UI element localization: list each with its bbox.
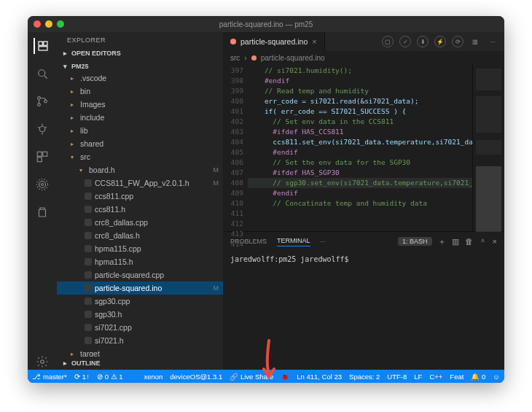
file-item[interactable]: ccs811.cpp [57, 190, 223, 203]
debug-icon[interactable] [34, 121, 50, 137]
settings-gear-icon[interactable] [34, 354, 50, 370]
svg-rect-15 [37, 158, 42, 162]
extensions-icon[interactable] [34, 149, 50, 165]
action-2-icon[interactable]: ✓ [399, 36, 411, 47]
status-livesh[interactable]: 🔗 Live Share [230, 373, 273, 381]
status-lang[interactable]: C++ [429, 373, 442, 381]
svg-line-11 [38, 127, 39, 128]
folder-item[interactable]: ▸ bin [57, 85, 223, 98]
file-item[interactable]: ccs811.h [57, 203, 223, 216]
file-icon [85, 179, 92, 187]
file-item[interactable]: si7021.cpp [57, 321, 223, 334]
status-sync[interactable]: ⟳1↑ [74, 373, 90, 381]
file-item[interactable]: hpma115.cpp [57, 242, 223, 255]
svg-rect-0 [39, 42, 42, 45]
source-control-icon[interactable] [34, 93, 50, 109]
open-editors-section[interactable]: ▸OPEN EDITORS [57, 48, 223, 58]
status-errwarn[interactable]: ⊘0 ⚠ 1 [97, 373, 123, 381]
action-1-icon[interactable]: ▢ [382, 36, 394, 47]
jar-icon[interactable] [34, 204, 50, 220]
maximize-window-icon[interactable] [57, 20, 64, 28]
particle-icon[interactable] [34, 176, 50, 193]
file-icon [85, 193, 92, 200]
status-devos[interactable]: deviceOS@1.3.1 [170, 373, 222, 381]
status-branch[interactable]: ⎇master* [32, 373, 67, 381]
svg-point-16 [42, 184, 44, 186]
folder-item[interactable]: ▸ include [57, 111, 223, 124]
svg-point-8 [39, 126, 45, 132]
item-label: shared [80, 139, 219, 148]
action-4-icon[interactable]: ⚡ [434, 36, 446, 47]
item-label: crc8_dallas.cpp [95, 218, 219, 227]
close-window-icon[interactable] [34, 20, 41, 28]
breadcrumb-segment[interactable]: src [230, 54, 240, 62]
action-3-icon[interactable]: ⬇ [417, 36, 429, 47]
window-controls [34, 20, 64, 28]
explorer-sidebar: EXPLORER ▸OPEN EDITORS ▾PM25 ▸ .vscode▸ … [57, 32, 223, 370]
folder-icon: ▾ [76, 165, 86, 175]
status-device[interactable]: xenon [144, 373, 163, 381]
explorer-icon[interactable] [34, 38, 50, 54]
new-terminal-icon[interactable]: ＋ [438, 236, 446, 247]
terminal-body[interactable]: jaredwolff:pm25 jaredwolff$ [223, 251, 504, 370]
folder-item[interactable]: ▾ src [57, 150, 223, 163]
folder-item[interactable]: ▸ .vscode [57, 71, 223, 85]
code-editor[interactable]: // si7021.humidity(); #endif // Read tem… [248, 64, 472, 231]
status-eol[interactable]: LF [414, 373, 422, 381]
minimap[interactable] [472, 64, 504, 231]
file-icon [85, 298, 92, 305]
folder-item[interactable]: ▸ Images [57, 98, 223, 111]
file-icon [85, 324, 92, 331]
item-label: CCS811_FW_App_v2.0.1.h [95, 179, 211, 187]
file-item[interactable]: particle-squared.inoM [57, 281, 223, 295]
workspace-section[interactable]: ▾PM25 [57, 61, 223, 71]
file-item[interactable]: sgp30.cpp [57, 295, 223, 308]
terminal-selector[interactable]: 1: bash [398, 237, 432, 246]
file-item[interactable]: particle-squared.cpp [57, 268, 223, 281]
outline-section[interactable]: ▸OUTLINE [57, 358, 223, 368]
item-label: sgp30.h [95, 310, 219, 319]
panel-tab-more[interactable]: ··· [321, 238, 326, 245]
split-terminal-icon[interactable]: ▥ [452, 237, 459, 246]
item-label: include [80, 113, 219, 122]
close-panel-icon[interactable]: × [493, 237, 497, 246]
status-bug[interactable]: 🐞 [281, 373, 289, 381]
status-smile[interactable]: ☺ [493, 373, 500, 381]
search-icon[interactable] [34, 66, 50, 82]
editor-actions: ▢ ✓ ⬇ ⚡ ⟳ ▥ ⋯ [382, 32, 504, 51]
status-pos[interactable]: Ln 411, Col 23 [297, 373, 342, 381]
status-feat[interactable]: Feat [450, 373, 463, 381]
file-item[interactable]: hpma115.h [57, 255, 223, 268]
panel-tab-terminal[interactable]: TERMINAL [277, 237, 310, 246]
status-spaces[interactable]: Spaces: 2 [349, 373, 380, 381]
file-item[interactable]: si7021.h [57, 334, 223, 347]
action-5-icon[interactable]: ⟳ [452, 36, 463, 47]
folder-item[interactable]: ▸ lib [57, 124, 223, 137]
file-item[interactable]: CCS811_FW_App_v2.0.1.hM [57, 176, 223, 190]
maximize-panel-icon[interactable]: ＾ [479, 236, 487, 247]
file-item[interactable]: crc8_dallas.cpp [57, 216, 223, 229]
more-actions-icon[interactable]: ⋯ [487, 36, 498, 47]
split-editor-icon[interactable]: ▥ [469, 36, 481, 47]
folder-item[interactable]: ▸ target [57, 347, 223, 357]
scm-badge: M [211, 166, 219, 174]
file-item[interactable]: sgp30.h [57, 308, 223, 321]
svg-line-4 [44, 76, 47, 79]
panel: PROBLEMS TERMINAL ··· 1: bash ＋ ▥ 🗑 ＾ × … [223, 231, 504, 370]
file-item[interactable]: crc8_dallas.h [57, 229, 223, 242]
breadcrumb[interactable]: src › particle-squared.ino [223, 51, 504, 64]
chevron-right-icon: › [244, 54, 246, 62]
folder-item[interactable]: ▾ board.hM [57, 163, 223, 176]
folder-icon: ▸ [67, 99, 77, 109]
status-enc[interactable]: UTF-8 [387, 373, 407, 381]
folder-item[interactable]: ▸ shared [57, 137, 223, 150]
status-bell[interactable]: 🔔 0 [471, 373, 485, 381]
folder-icon: ▸ [67, 139, 77, 149]
close-icon[interactable]: × [312, 37, 316, 46]
kill-terminal-icon[interactable]: 🗑 [465, 237, 473, 246]
svg-rect-1 [44, 42, 47, 45]
minimize-window-icon[interactable] [45, 20, 52, 28]
breadcrumb-segment[interactable]: particle-squared.ino [261, 54, 325, 62]
chevron-right-icon: ▸ [61, 359, 69, 367]
tab-active[interactable]: particle-squared.ino × [223, 32, 325, 51]
